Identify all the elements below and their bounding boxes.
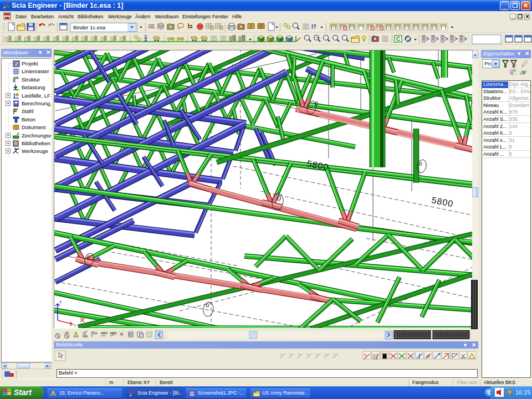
svg-text:z: z [59, 299, 62, 304]
svg-text:ABC: ABC [110, 331, 117, 335]
svg-text:Binder 1c.esa: Binder 1c.esa [73, 24, 106, 30]
svg-text:ABC: ABC [101, 331, 109, 335]
svg-text:0: 0 [206, 301, 210, 309]
svg-text:cm: cm [149, 23, 155, 28]
svg-text:5800: 5800 [431, 195, 454, 208]
svg-text:C: C [396, 36, 400, 42]
svg-text:5800: 5800 [306, 158, 329, 172]
svg-text:I?: I? [311, 24, 316, 30]
svg-text:x: x [74, 323, 76, 328]
